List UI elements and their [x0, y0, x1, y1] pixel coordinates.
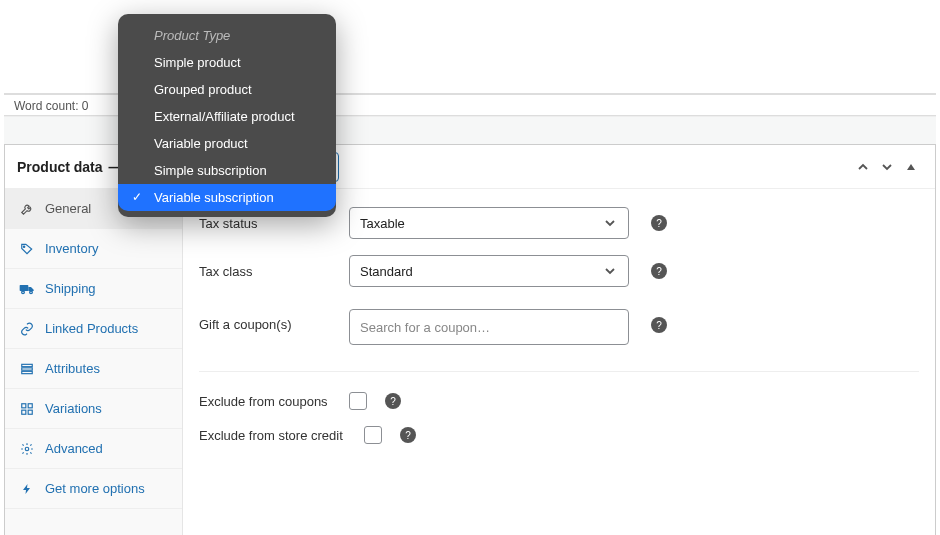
- help-icon[interactable]: ?: [651, 317, 667, 333]
- exclude-store-credit-checkbox[interactable]: [364, 426, 382, 444]
- product-type-dropdown[interactable]: Product Type Simple productGrouped produ…: [118, 14, 336, 217]
- product-type-option[interactable]: Grouped product: [118, 76, 336, 103]
- tax-status-label: Tax status: [199, 216, 339, 231]
- panel-toggle-button[interactable]: [899, 155, 923, 179]
- tax-class-label: Tax class: [199, 264, 339, 279]
- product-type-option[interactable]: Simple subscription: [118, 157, 336, 184]
- exclude-coupons-label: Exclude from coupons: [199, 394, 339, 409]
- gift-coupon-input[interactable]: Search for a coupon…: [349, 309, 629, 345]
- divider: [199, 371, 919, 372]
- product-type-option[interactable]: Variable product: [118, 130, 336, 157]
- svg-rect-7: [22, 371, 33, 373]
- svg-marker-0: [907, 164, 915, 170]
- list-icon: [19, 361, 35, 377]
- svg-point-1: [23, 245, 24, 246]
- sidebar-item-label: Variations: [45, 401, 102, 416]
- product-type-option[interactable]: External/Affiliate product: [118, 103, 336, 130]
- sidebar-item-getmore[interactable]: Get more options: [5, 469, 182, 509]
- sidebar-item-shipping[interactable]: Shipping: [5, 269, 182, 309]
- sidebar-item-advanced[interactable]: Advanced: [5, 429, 182, 469]
- exclude-coupons-checkbox[interactable]: [349, 392, 367, 410]
- panel-move-up-button[interactable]: [851, 155, 875, 179]
- sidebar-item-label: General: [45, 201, 91, 216]
- panel-title: Product data: [17, 159, 103, 175]
- exclude-coupons-row: Exclude from coupons ?: [183, 384, 935, 418]
- product-data-content: Tax status Taxable ? Tax class Standard: [183, 189, 935, 535]
- svg-rect-5: [22, 364, 33, 366]
- help-icon[interactable]: ?: [651, 215, 667, 231]
- dropdown-group-label: Product Type: [118, 22, 336, 49]
- svg-rect-6: [22, 367, 33, 369]
- sidebar-item-label: Get more options: [45, 481, 145, 496]
- gift-coupon-placeholder: Search for a coupon…: [360, 320, 490, 335]
- svg-rect-10: [22, 410, 26, 414]
- truck-icon: [19, 281, 35, 297]
- svg-rect-2: [20, 285, 29, 291]
- sidebar-item-label: Linked Products: [45, 321, 138, 336]
- exclude-store-credit-label: Exclude from store credit: [199, 428, 354, 443]
- exclude-store-credit-row: Exclude from store credit ?: [183, 418, 935, 452]
- svg-point-4: [30, 291, 33, 294]
- product-data-sidebar: GeneralInventoryShippingLinked ProductsA…: [5, 189, 183, 535]
- sidebar-item-label: Inventory: [45, 241, 98, 256]
- gift-coupon-row: Gift a coupon(s) Search for a coupon… ?: [183, 295, 935, 359]
- svg-point-12: [25, 447, 29, 451]
- help-icon[interactable]: ?: [385, 393, 401, 409]
- sidebar-item-label: Shipping: [45, 281, 96, 296]
- svg-rect-8: [22, 403, 26, 407]
- sidebar-item-inventory[interactable]: Inventory: [5, 229, 182, 269]
- product-type-option[interactable]: Simple product: [118, 49, 336, 76]
- gear-icon: [19, 441, 35, 457]
- tax-class-row: Tax class Standard ?: [183, 247, 935, 295]
- chevron-down-icon: [602, 263, 618, 279]
- sidebar-item-label: Advanced: [45, 441, 103, 456]
- wrench-icon: [19, 201, 35, 217]
- product-type-option[interactable]: Variable subscription: [118, 184, 336, 211]
- chevron-down-icon: [602, 215, 618, 231]
- price-icon: [19, 241, 35, 257]
- link-icon: [19, 321, 35, 337]
- svg-rect-11: [28, 410, 32, 414]
- help-icon[interactable]: ?: [651, 263, 667, 279]
- tax-status-select[interactable]: Taxable: [349, 207, 629, 239]
- panel-move-down-button[interactable]: [875, 155, 899, 179]
- tax-status-value: Taxable: [360, 216, 405, 231]
- grid-icon: [19, 401, 35, 417]
- help-icon[interactable]: ?: [400, 427, 416, 443]
- gift-coupon-label: Gift a coupon(s): [199, 309, 339, 332]
- sidebar-item-attributes[interactable]: Attributes: [5, 349, 182, 389]
- tax-class-select[interactable]: Standard: [349, 255, 629, 287]
- sidebar-item-variations[interactable]: Variations: [5, 389, 182, 429]
- svg-rect-9: [28, 403, 32, 407]
- sidebar-item-linked[interactable]: Linked Products: [5, 309, 182, 349]
- sidebar-item-label: Attributes: [45, 361, 100, 376]
- svg-point-3: [22, 291, 25, 294]
- tax-class-value: Standard: [360, 264, 413, 279]
- bolt-icon: [19, 481, 35, 497]
